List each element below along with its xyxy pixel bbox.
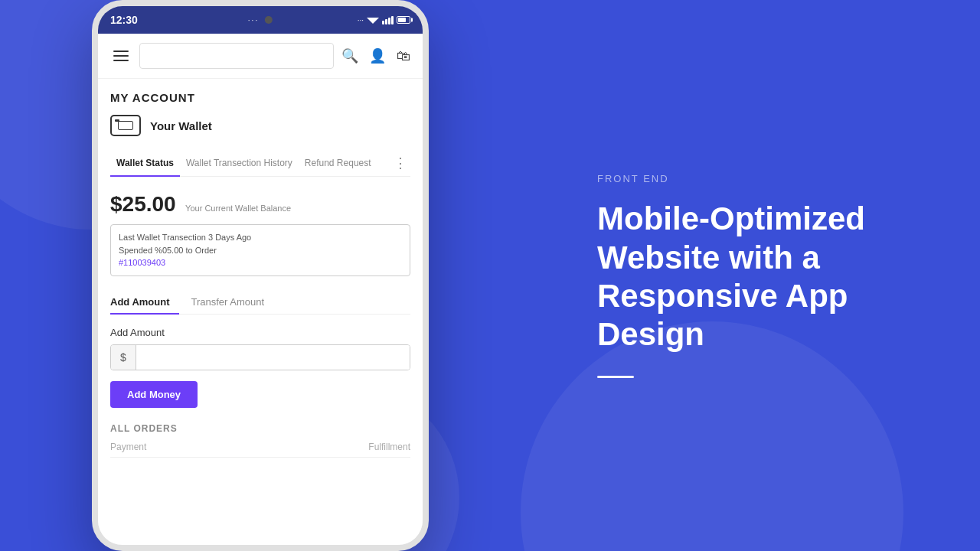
right-panel: FRONT END Mobile-Optimized Website with …: [536, 0, 980, 551]
hamburger-line-1: [113, 51, 129, 52]
battery-icon: [397, 16, 410, 24]
wallet-card-icon: [110, 115, 141, 136]
status-bar: 12:30 ··· ···: [98, 6, 423, 34]
section-title: MY ACCOUNT: [110, 91, 410, 104]
hamburger-line-2: [113, 55, 129, 57]
signal-text: ···: [358, 16, 364, 24]
balance-row: $25.00 Your Current Wallet Balance: [110, 192, 410, 217]
status-dots: ···: [248, 16, 259, 24]
svg-marker-0: [367, 18, 379, 24]
heading-divider: [597, 376, 634, 378]
phone-frame: 12:30 ··· ···: [92, 0, 429, 551]
bag-icon[interactable]: 🛍: [397, 48, 410, 64]
phone-screen: 🔍 👤 🛍 MY ACCOUNT Your Wallet Wallet Stat…: [98, 34, 423, 545]
phone-mockup: 12:30 ··· ···: [92, 0, 429, 551]
tab-refund-request[interactable]: Refund Request: [299, 150, 377, 176]
balance-label: Your Current Wallet Balance: [185, 204, 291, 213]
hamburger-line-3: [113, 60, 129, 61]
status-icons: ···: [358, 15, 410, 24]
orders-header: Payment Fulfillment: [110, 442, 410, 458]
sub-tab-add-amount[interactable]: Add Amount: [110, 290, 179, 314]
last-transaction-box: Last Wallet Transection 3 Days Ago Spend…: [110, 224, 410, 276]
sub-tab-transfer-amount[interactable]: Transfer Amount: [191, 290, 274, 314]
status-notch: ···: [248, 16, 273, 24]
last-transaction-line2: Spended %05.00 to Order: [119, 244, 402, 257]
amount-input-wrapper: $: [110, 344, 410, 370]
camera-dot: [265, 16, 273, 24]
orders-title: ALL ORDERS: [110, 423, 410, 434]
tabs-more-icon[interactable]: ⋮: [390, 155, 410, 171]
transaction-link[interactable]: #110039403: [119, 256, 402, 269]
search-icon[interactable]: 🔍: [341, 47, 358, 64]
search-input[interactable]: [139, 43, 334, 69]
tab-wallet-status[interactable]: Wallet Status: [110, 150, 180, 176]
sub-tabs: Add Amount Transfer Amount: [110, 290, 410, 315]
category-label: FRONT END: [597, 173, 919, 184]
wifi-icon: [367, 15, 379, 24]
add-money-button[interactable]: Add Money: [110, 381, 198, 408]
orders-col-payment: Payment: [110, 442, 146, 452]
battery-fill: [398, 18, 406, 22]
top-nav: 🔍 👤 🛍: [98, 34, 423, 79]
signal-icon: [382, 16, 394, 24]
orders-section: ALL ORDERS Payment Fulfillment: [110, 423, 410, 458]
nav-icons: 🔍 👤 🛍: [341, 47, 410, 64]
main-heading: Mobile-Optimized Website with a Responsi…: [597, 200, 919, 354]
heading-line3: Responsive App Design: [597, 278, 848, 352]
tab-wallet-history[interactable]: Wallet Transection History: [180, 150, 299, 176]
amount-input[interactable]: [136, 345, 410, 370]
main-tabs: Wallet Status Wallet Transection History…: [110, 150, 410, 177]
battery-tip: [411, 18, 413, 22]
wallet-label: Your Wallet: [150, 119, 212, 132]
main-content: MY ACCOUNT Your Wallet Wallet Status Wal…: [98, 79, 423, 544]
status-time: 12:30: [110, 14, 138, 26]
user-icon[interactable]: 👤: [369, 47, 386, 64]
orders-col-fulfillment: Fulfillment: [368, 442, 410, 452]
add-amount-label: Add Amount: [110, 327, 410, 338]
heading-line2: Website with a: [597, 240, 820, 276]
last-transaction-line1: Last Wallet Transection 3 Days Ago: [119, 231, 402, 244]
balance-amount: $25.00: [110, 192, 176, 216]
heading-line1: Mobile-Optimized: [597, 201, 865, 236]
amount-prefix: $: [111, 345, 136, 370]
wallet-card: Your Wallet: [110, 115, 410, 136]
hamburger-menu[interactable]: [110, 47, 132, 64]
